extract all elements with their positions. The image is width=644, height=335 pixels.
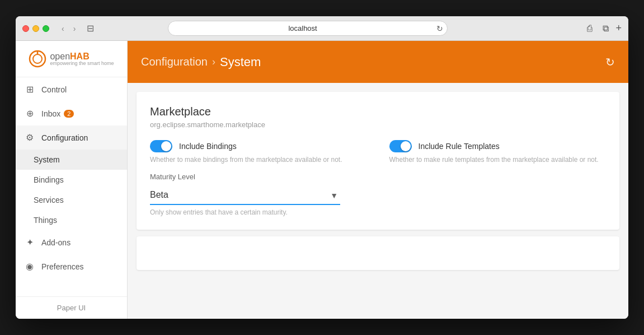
breadcrumb: Configuration › System xyxy=(141,55,261,69)
addons-label: Add-ons xyxy=(41,238,70,247)
toggle-track-bindings xyxy=(150,140,172,152)
page-header: Configuration › System ↻ xyxy=(128,41,628,83)
inbox-badge: 2 xyxy=(64,110,74,118)
toggle-thumb-rule-templates xyxy=(401,141,411,151)
maturity-level-group: Maturity Level Alpha Beta Stable Mature … xyxy=(150,173,606,216)
sidebar-item-control-label: Control xyxy=(41,85,67,94)
maturity-level-select-wrapper: Alpha Beta Stable Mature ▼ xyxy=(150,185,340,205)
preferences-label: Preferences xyxy=(41,262,83,271)
breadcrumb-current: System xyxy=(220,55,261,69)
address-bar: ↻ xyxy=(168,21,448,36)
addons-icon: ✦ xyxy=(25,237,35,248)
include-bindings-description: Whether to make bindings from the market… xyxy=(150,156,367,164)
logo-hab: HAB xyxy=(70,52,90,61)
sidebar-sub-item-things[interactable]: Things xyxy=(16,210,127,230)
minimize-button[interactable] xyxy=(32,25,39,32)
main-content: Configuration › System ↻ Marketplace org… xyxy=(128,41,628,319)
system-label: System xyxy=(34,155,60,164)
sidebar-sub-item-services[interactable]: Services xyxy=(16,190,127,210)
control-icon: ⊞ xyxy=(25,84,35,95)
include-rule-templates-label: Include Rule Templates xyxy=(419,142,500,151)
sidebar-item-control[interactable]: ⊞ Control xyxy=(16,77,127,101)
back-button[interactable]: ‹ xyxy=(58,23,68,34)
include-rule-templates-description: Whether to make rule templates from the … xyxy=(389,156,607,164)
include-bindings-toggle[interactable] xyxy=(150,140,172,152)
share-button[interactable]: ⎙ xyxy=(584,22,596,35)
content-area: Marketplace org.eclipse.smarthome.market… xyxy=(128,83,628,319)
bindings-label: Bindings xyxy=(34,175,64,184)
include-bindings-group: Include Bindings Whether to make binding… xyxy=(150,140,367,164)
footer-label: Paper UI xyxy=(57,304,86,312)
toggle-thumb-bindings xyxy=(161,141,171,151)
marketplace-subtitle: org.eclipse.smarthome.marketplace xyxy=(150,120,606,129)
forward-button[interactable]: › xyxy=(70,23,79,34)
bottom-card-partial xyxy=(137,236,619,270)
traffic-lights xyxy=(22,25,49,32)
include-bindings-label: Include Bindings xyxy=(179,142,237,151)
browser-actions: ⎙ ⧉ + xyxy=(584,22,622,35)
maturity-level-select[interactable]: Alpha Beta Stable Mature xyxy=(150,185,340,205)
maturity-level-hint: Only show entries that have a certain ma… xyxy=(150,208,606,216)
browser-window: ‹ › ⊟ ↻ ⎙ ⧉ + xyxy=(16,16,628,319)
close-button[interactable] xyxy=(22,25,29,32)
sidebar-sub-item-bindings[interactable]: Bindings xyxy=(16,170,127,190)
logo-subtitle: empowering the smart home xyxy=(50,61,114,66)
reload-button[interactable]: ↻ xyxy=(436,24,443,33)
maximize-button[interactable] xyxy=(43,25,49,32)
things-label: Things xyxy=(34,216,57,225)
breadcrumb-separator: › xyxy=(212,56,215,68)
sidebar-item-inbox-label: Inbox xyxy=(41,109,60,118)
sidebar-item-configuration-label: Configuration xyxy=(41,133,88,142)
toggle-track-rule-templates xyxy=(389,140,412,152)
marketplace-card: Marketplace org.eclipse.smarthome.market… xyxy=(137,92,619,230)
app-container: openHAB empowering the smart home ⊞ Cont… xyxy=(16,41,628,319)
sidebar: openHAB empowering the smart home ⊞ Cont… xyxy=(16,41,128,319)
configuration-icon: ⚙ xyxy=(25,132,35,143)
sidebar-item-inbox[interactable]: ⊕ Inbox 2 xyxy=(16,101,127,125)
svg-point-1 xyxy=(33,54,42,63)
include-rule-templates-row: Include Rule Templates xyxy=(389,140,607,152)
inbox-icon: ⊕ xyxy=(25,108,35,119)
toggles-row: Include Bindings Whether to make binding… xyxy=(150,140,606,164)
url-input[interactable] xyxy=(168,21,448,36)
new-tab-button[interactable]: + xyxy=(615,22,622,35)
include-rule-templates-group: Include Rule Templates Whether to make r… xyxy=(389,140,607,164)
logo-icon xyxy=(29,50,46,68)
browser-chrome: ‹ › ⊟ ↻ ⎙ ⧉ + xyxy=(16,16,628,41)
preferences-icon: ◉ xyxy=(25,261,35,272)
sidebar-item-preferences[interactable]: ◉ Preferences xyxy=(16,254,127,278)
logo-text-container: openHAB empowering the smart home xyxy=(50,52,114,66)
duplicate-tab-button[interactable]: ⧉ xyxy=(599,22,612,35)
breadcrumb-parent: Configuration xyxy=(141,55,208,68)
marketplace-title: Marketplace xyxy=(150,105,606,118)
nav-buttons: ‹ › xyxy=(58,23,79,34)
sidebar-toggle-button[interactable]: ⊟ xyxy=(83,22,97,35)
include-bindings-row: Include Bindings xyxy=(150,140,367,152)
logo-open: open xyxy=(50,52,70,61)
sidebar-sub-item-system[interactable]: System xyxy=(16,150,127,170)
sidebar-footer: Paper UI xyxy=(16,296,127,319)
header-refresh-button[interactable]: ↻ xyxy=(605,55,615,69)
sidebar-item-addons[interactable]: ✦ Add-ons xyxy=(16,230,127,254)
logo-area: openHAB empowering the smart home xyxy=(16,41,127,77)
maturity-level-label: Maturity Level xyxy=(150,173,606,181)
sidebar-item-configuration[interactable]: ⚙ Configuration xyxy=(16,125,127,150)
include-rule-templates-toggle[interactable] xyxy=(389,140,412,152)
services-label: Services xyxy=(34,196,64,204)
